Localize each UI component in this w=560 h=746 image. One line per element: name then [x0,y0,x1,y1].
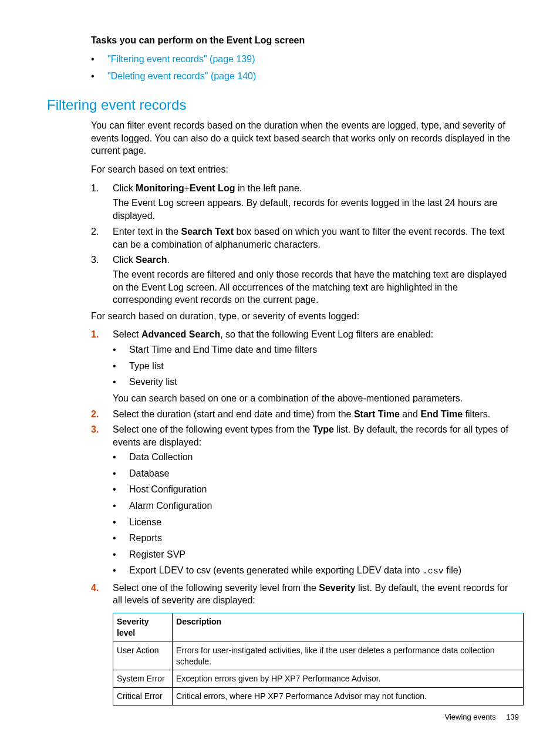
footer-label: Viewing events [444,713,495,721]
step-body: Select Advanced Search, so that the foll… [113,328,519,341]
table-row: User Action Errors for user-instigated a… [113,642,524,670]
adv-step-row: 2. Select the duration (start and end da… [91,408,519,421]
step-body: Click Search. [113,254,519,266]
step-body: Click Monitoring+Event Log in the left p… [113,182,519,195]
table-header: Severity level [113,613,173,642]
step-body: Select the duration (start and end date … [113,408,519,421]
step-tail: You can search based on one or a combina… [113,392,519,405]
bullet-icon: • [113,564,129,577]
sub-bullet-row: •Register SVP [113,548,519,561]
sub-bullet-text: Alarm Configuration [129,499,212,512]
bullet-icon: • [113,548,129,561]
adv-search-lead: For search based on duration, type, or s… [91,310,519,323]
sub-bullet-row: •Reports [113,532,519,545]
bullet-icon: • [113,516,129,529]
task-link[interactable]: "Deleting event records" (page 140) [107,70,256,83]
sub-bullet-text: Start Time and End Time date and time fi… [129,343,317,356]
sub-bullet-text: Data Collection [129,451,193,464]
sub-bullet-row: •Alarm Configuration [113,499,519,512]
step-number: 1. [91,328,113,341]
intro-paragraph: You can filter event records based on th… [91,119,519,157]
step-row: 3. Click Search. [91,254,519,266]
sub-bullet-text: Host Configuration [129,483,207,496]
sub-bullet-row: • Export LDEV to csv (events generated w… [113,564,519,578]
step-number: 2. [91,408,113,421]
step-number: 4. [91,582,113,595]
sub-bullet-row: •Host Configuration [113,483,519,496]
adv-step-row: 3. Select one of the following event typ… [91,423,519,448]
table-cell: Critical errors, where HP XP7 Performanc… [173,688,524,706]
sub-bullet-text: Type list [129,360,164,373]
sub-bullet-text: Database [129,467,170,480]
step-number: 3. [91,254,113,266]
sub-bullet-text: Reports [129,532,162,545]
sub-bullet-row: •Database [113,467,519,480]
table-cell: Errors for user-instigated activities, l… [173,642,524,670]
table-header: Description [173,613,524,642]
step-row: 2. Enter text in the Search Text box bas… [91,225,519,251]
step-row: 1. Click Monitoring+Event Log in the lef… [91,182,519,195]
bullet-icon: • [113,499,129,512]
bullet-icon: • [113,483,129,496]
sub-bullet-row: •Data Collection [113,451,519,464]
step-number: 2. [91,225,113,238]
tasks-heading: Tasks you can perform on the Event Log s… [91,34,519,47]
step-body: Select one of the following event types … [113,423,519,448]
bullet-icon: • [113,451,129,464]
task-link[interactable]: "Filtering event records" (page 139) [107,53,255,66]
table-cell: Critical Error [113,688,173,706]
bullet-icon: • [113,532,129,545]
text-search-lead: For search based on text entries: [91,163,519,176]
table-row: Critical Error Critical errors, where HP… [113,688,524,706]
adv-step-row: 1. Select Advanced Search, so that the f… [91,328,519,341]
sub-bullet-row: • Severity list [113,376,519,389]
table-cell: User Action [113,642,173,670]
table-cell: Exception errors given by HP XP7 Perform… [173,670,524,688]
bullet-icon: • [91,53,107,66]
sub-bullet-text: License [129,516,161,529]
step-sub: The Event Log screen appears. By default… [113,197,519,222]
task-link-row: • "Filtering event records" (page 139) [91,53,519,66]
step-body: Enter text in the Search Text box based … [113,225,519,251]
sub-bullet-row: •License [113,516,519,529]
adv-step-row: 4. Select one of the following severity … [91,582,519,607]
sub-bullet-text: Severity list [129,376,177,389]
table-row: System Error Exception errors given by H… [113,670,524,688]
section-heading: Filtering event records [47,96,519,114]
page-number: 139 [506,713,519,721]
page-footer: Viewing events 139 [444,712,519,723]
sub-bullet-row: • Type list [113,360,519,373]
step-body: Select one of the following severity lev… [113,582,519,607]
step-number: 1. [91,182,113,195]
bullet-icon: • [113,360,129,373]
task-link-row: • "Deleting event records" (page 140) [91,70,519,83]
severity-table: Severity level Description User Action E… [113,613,524,706]
sub-bullet-row: • Start Time and End Time date and time … [113,343,519,356]
step-number: 3. [91,423,113,436]
bullet-icon: • [113,376,129,389]
step-sub: The event records are filtered and only … [113,268,519,306]
table-cell: System Error [113,670,173,688]
bullet-icon: • [91,70,107,83]
sub-bullet-text: Register SVP [129,548,185,561]
bullet-icon: • [113,343,129,356]
sub-bullet-text: Export LDEV to csv (events generated whi… [129,564,461,578]
bullet-icon: • [113,467,129,480]
